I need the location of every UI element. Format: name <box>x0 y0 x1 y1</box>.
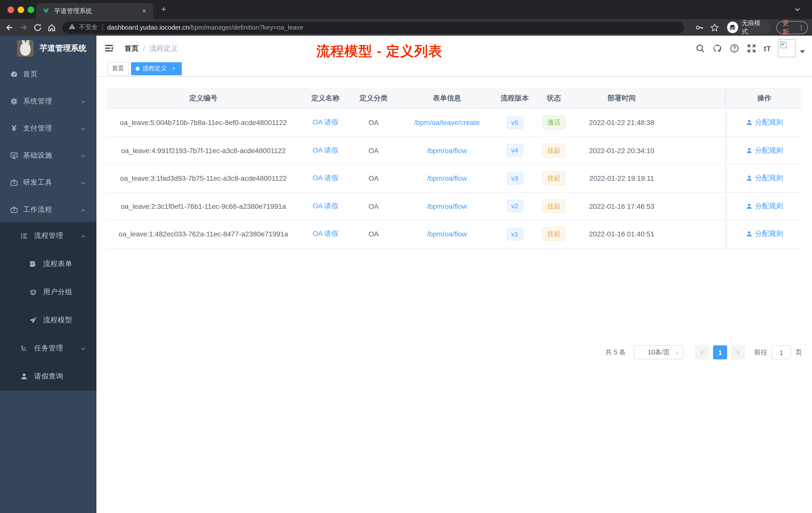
new-tab-button[interactable]: + <box>159 4 169 14</box>
browser-update-button[interactable]: 更新 <box>776 21 808 34</box>
cell-definition-id: oa_leave:3:1fad3d93-7b75-11ec-a3c8-acde4… <box>107 175 300 182</box>
definition-name-link[interactable]: OA 请假 <box>313 174 339 182</box>
sidebar-item-label: 流程表单 <box>43 260 72 269</box>
forward-icon[interactable] <box>19 23 28 32</box>
definition-table: 定义编号 定义名称 定义分类 表单信息 流程版本 状态 部署时间 操作 oa_l… <box>107 88 802 248</box>
assign-rule-button[interactable]: 分配规则 <box>746 202 783 211</box>
tab-search-chevron-icon[interactable] <box>793 5 802 13</box>
fullscreen-icon[interactable] <box>747 43 756 53</box>
tag-home[interactable]: 首页 <box>108 62 128 75</box>
active-dot <box>136 66 140 70</box>
cell-category: OA <box>350 147 397 155</box>
github-icon[interactable] <box>713 43 722 53</box>
sidebar-item-process-model[interactable]: 流程模型 <box>0 306 96 334</box>
sidebar-item-home[interactable]: 首页 <box>0 61 96 88</box>
sidebar-item-workflow[interactable]: 工作流程 <box>0 196 96 223</box>
not-secure-warning-icon[interactable] <box>68 23 76 32</box>
incognito-icon <box>727 22 738 33</box>
definition-name-link[interactable]: OA 请假 <box>313 118 339 126</box>
browser-tab[interactable]: 芋道管理系统 × <box>36 3 153 19</box>
sidebar-item-payment[interactable]: ¥ 支付管理 <box>0 115 96 142</box>
sidebar-item-label: 首页 <box>23 70 38 79</box>
assign-rule-button[interactable]: 分配规则 <box>746 118 783 127</box>
status-badge: 激活 <box>542 116 566 130</box>
pagination-total: 共 5 条 <box>605 348 626 357</box>
current-page[interactable]: 1 <box>713 345 727 359</box>
security-label[interactable]: 不安全 <box>79 23 98 32</box>
chevron-down-icon <box>80 153 86 159</box>
browser-toolbar: 不安全 dashboard.yudao.iocoder.cn/bpm/manag… <box>0 19 812 36</box>
version-tag: v4 <box>506 144 523 157</box>
traffic-light-minimize-icon[interactable] <box>18 6 24 13</box>
cell-deploy-time: 2022-01-22 20:34:10 <box>576 147 668 155</box>
chevron-down-icon <box>80 345 86 351</box>
definition-name-link[interactable]: OA 请假 <box>313 230 339 238</box>
main-panel: 首页 / 流程定义 流程模型 - 定义列表 <box>96 36 812 513</box>
assign-rule-button[interactable]: 分配规则 <box>746 146 783 155</box>
help-icon[interactable] <box>730 43 739 53</box>
reload-icon[interactable] <box>33 23 42 32</box>
user-icon <box>746 175 753 182</box>
assign-rule-button[interactable]: 分配规则 <box>746 230 783 239</box>
traffic-light-close-icon[interactable] <box>7 6 14 13</box>
col-header-name: 定义名称 <box>300 94 350 103</box>
form-link[interactable]: /bpm/oa/flow <box>427 230 467 238</box>
avatar-caret-icon[interactable] <box>800 50 805 53</box>
home-icon[interactable] <box>47 23 56 32</box>
chevron-down-icon <box>80 98 86 104</box>
back-icon[interactable] <box>5 23 14 32</box>
page-size-select[interactable]: 10条/页 <box>634 345 684 359</box>
user-icon <box>20 372 28 381</box>
breadcrumb-home[interactable]: 首页 <box>124 44 139 53</box>
tab-close-icon[interactable]: × <box>140 7 148 15</box>
tag-close-icon[interactable]: × <box>170 65 177 72</box>
definition-name-link[interactable]: OA 请假 <box>313 146 339 154</box>
dashboard-icon <box>10 70 18 78</box>
sidebar-item-process-management[interactable]: 流程管理 <box>0 222 96 250</box>
cell-category: OA <box>350 119 397 127</box>
form-link[interactable]: /bpm/oa/flow <box>427 175 467 182</box>
sidebar-logo[interactable]: 芋道管理系统 <box>0 36 96 61</box>
sidebar-collapse-icon[interactable] <box>105 44 114 53</box>
prev-page-button[interactable] <box>695 345 709 359</box>
col-header-version: 流程版本 <box>497 94 532 103</box>
form-link[interactable]: /bpm/oa/leave/create <box>414 119 480 127</box>
traffic-light-zoom-icon[interactable] <box>28 6 34 13</box>
sidebar-item-task-management[interactable]: 任务管理 <box>0 334 96 362</box>
sidebar-item-user-group[interactable]: 用户分组 <box>0 278 96 306</box>
form-link[interactable]: /bpm/oa/flow <box>427 147 467 155</box>
tag-process-definition[interactable]: 流程定义 × <box>131 62 182 75</box>
app-window: 芋道管理系统 首页 系统管理 ¥ 支付管 <box>0 36 812 513</box>
col-header-time: 部署时间 <box>576 94 668 103</box>
password-key-icon[interactable] <box>695 23 704 32</box>
url-path: /bpm/manager/definition?key=oa_leave <box>189 24 303 31</box>
status-badge: 挂起 <box>542 199 566 213</box>
search-icon[interactable] <box>696 43 705 53</box>
chevron-up-icon <box>80 233 86 239</box>
font-size-icon[interactable]: tT <box>764 44 771 53</box>
definition-name-link[interactable]: OA 请假 <box>313 202 339 210</box>
form-edit-icon <box>29 260 37 268</box>
assign-rule-button[interactable]: 分配规则 <box>746 174 783 183</box>
sidebar-item-label: 用户分组 <box>43 288 72 297</box>
cell-category: OA <box>350 175 397 182</box>
sidebar-item-process-form[interactable]: 流程表单 <box>0 250 96 278</box>
next-page-button[interactable] <box>731 345 745 359</box>
user-icon <box>746 147 753 154</box>
goto-page-input[interactable] <box>771 345 791 359</box>
address-bar[interactable]: 不安全 dashboard.yudao.iocoder.cn/bpm/manag… <box>62 21 684 33</box>
sidebar-item-leave-query[interactable]: 请假查询 <box>0 362 96 391</box>
sidebar-item-system[interactable]: 系统管理 <box>0 88 96 115</box>
toolbar-right: 无痕模式 更新 <box>688 21 812 34</box>
col-header-form: 表单信息 <box>397 94 497 103</box>
sidebar-item-devtools[interactable]: 研发工具 <box>0 169 96 196</box>
avatar[interactable] <box>778 39 796 57</box>
sidebar-item-infrastructure[interactable]: 基础设施 <box>0 142 96 169</box>
form-link[interactable]: /bpm/oa/flow <box>427 202 467 210</box>
table-header: 定义编号 定义名称 定义分类 表单信息 流程版本 状态 部署时间 操作 <box>107 88 802 109</box>
url-host: dashboard.yudao.iocoder.cn <box>107 24 189 31</box>
cell-deploy-time: 2022-01-16 17:46:53 <box>576 202 668 210</box>
bookmark-star-icon[interactable] <box>710 23 719 32</box>
monitor-check-icon <box>10 152 18 160</box>
kebab-menu-icon[interactable] <box>798 24 805 31</box>
